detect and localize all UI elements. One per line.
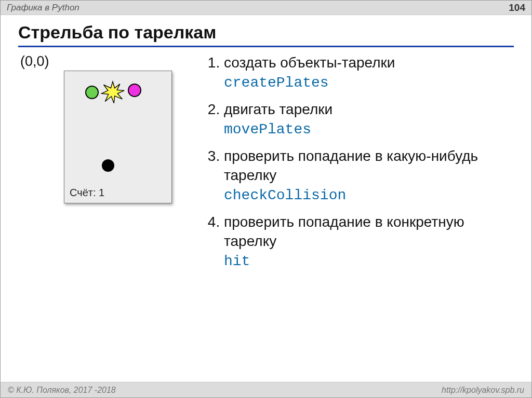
origin-label: (0,0) <box>20 53 184 70</box>
ball <box>102 159 114 172</box>
game-pane: Счёт: 1 <box>64 71 172 203</box>
svg-marker-0 <box>101 81 124 103</box>
site-url: http://kpolyakov.spb.ru <box>442 386 524 395</box>
category-label: Графика в Python <box>7 3 79 13</box>
plate-green <box>85 86 99 99</box>
step-code: hit <box>224 253 250 269</box>
step-text: проверить попадание в какую-нибудь тарел… <box>224 148 478 183</box>
score-label: Счёт: 1 <box>70 187 104 199</box>
step-1: создать объекты-тарелки createPlates <box>224 53 514 93</box>
step-code: checkCollision <box>224 187 346 203</box>
slide-title: Стрельба по тарелкам <box>18 22 514 47</box>
title-wrap: Стрельба по тарелкам <box>1 15 531 49</box>
slide: Графика в Python 104 Стрельба по тарелка… <box>0 0 532 398</box>
explosion-icon <box>101 80 125 104</box>
left-column: (0,0) Счёт: 1 <box>18 53 184 382</box>
step-text: проверить попадание в конкретную тарелку <box>224 214 464 249</box>
step-code: movePlates <box>224 121 311 138</box>
step-text: создать объекты-тарелки <box>224 54 395 71</box>
page-number: 104 <box>509 2 525 13</box>
step-text: двигать тарелки <box>224 101 332 117</box>
content: (0,0) Счёт: 1 создать объекты-тарелки cr… <box>1 49 531 382</box>
plate-magenta <box>128 84 141 97</box>
footer: © К.Ю. Поляков, 2017 -2018 http://kpolya… <box>1 382 531 397</box>
step-4: проверить попадание в конкретную тарелку… <box>224 213 514 271</box>
step-code: createPlates <box>224 75 329 91</box>
steps-list: создать объекты-тарелки createPlates дви… <box>205 53 514 271</box>
topbar: Графика в Python 104 <box>1 1 531 15</box>
step-3: проверить попадание в какую-нибудь тарел… <box>224 147 514 205</box>
right-column: создать объекты-тарелки createPlates дви… <box>205 53 514 382</box>
copyright: © К.Ю. Поляков, 2017 -2018 <box>8 386 116 395</box>
step-2: двигать тарелки movePlates <box>224 100 514 140</box>
